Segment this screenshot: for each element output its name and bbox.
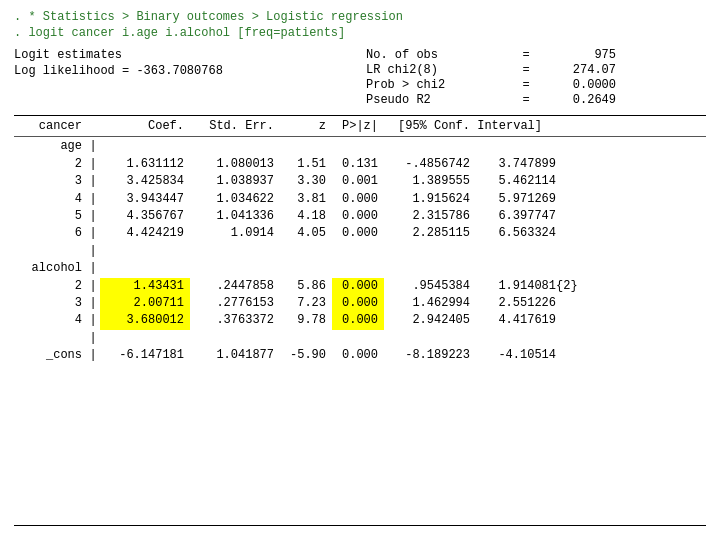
header-divider [14, 136, 706, 137]
top-divider [14, 115, 706, 116]
table-row: 6 | 4.424219 1.0914 4.05 0.000 2.285115 … [14, 225, 706, 242]
table-row: 4 | 3.943447 1.034622 3.81 0.000 1.91562… [14, 191, 706, 208]
model-title: Logit estimates Log likelihood = -363.70… [14, 48, 366, 107]
table-header: cancer Coef. Std. Err. z P>|z| [95% Conf… [14, 118, 706, 135]
table-row: 5 | 4.356767 1.041336 4.18 0.000 2.31578… [14, 208, 706, 225]
command-2: . logit cancer i.age i.alcohol [freq=pat… [14, 26, 706, 40]
table-row: 3 | 3.425834 1.038937 3.30 0.001 1.38955… [14, 173, 706, 190]
model-stats: No. of obs = 975 LR chi2(8) = 274.07 Pro… [366, 48, 706, 107]
table-row: 3 | 2.00711 .2776153 7.23 0.000 1.462994… [14, 295, 706, 312]
table-row: _cons | -6.147181 1.041877 -5.90 0.000 -… [14, 347, 706, 364]
regression-table: cancer Coef. Std. Err. z P>|z| [95% Conf… [14, 118, 706, 364]
table-row: 2 | 1.631112 1.080013 1.51 0.131 -.48567… [14, 156, 706, 173]
table-row: 4 | 3.680012 .3763372 9.78 0.000 2.94240… [14, 312, 706, 329]
table-row: age | [14, 138, 706, 155]
terminal-output: . * Statistics > Binary outcomes > Logis… [14, 10, 706, 364]
command-1: . * Statistics > Binary outcomes > Logis… [14, 10, 706, 24]
bottom-divider-final [14, 525, 706, 526]
table-row: 2 | 1.43431 .2447858 5.86 0.000 .9545384… [14, 278, 706, 295]
table-row: alcohol | [14, 260, 706, 277]
table-row: | [14, 330, 706, 347]
table-row: | [14, 243, 706, 260]
